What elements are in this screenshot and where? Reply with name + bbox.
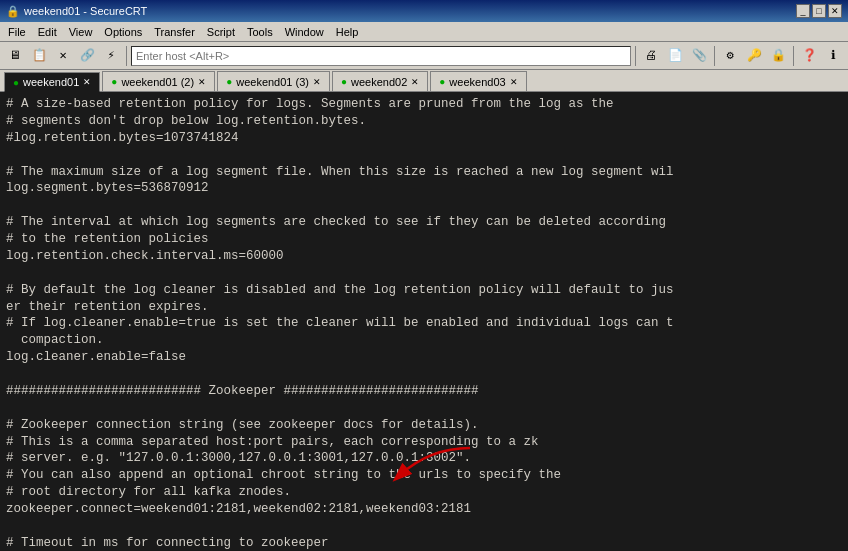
tab-label-weekend02: weekend02: [351, 76, 407, 88]
tab-close-weekend02[interactable]: ✕: [411, 77, 419, 87]
toolbar-btn-help[interactable]: ❓: [798, 45, 820, 67]
tab-label-weekend01-3: weekend01 (3): [236, 76, 309, 88]
window-title: weekend01 - SecureCRT: [24, 5, 147, 17]
terminal-line: # Timeout in ms for connecting to zookee…: [6, 535, 842, 551]
menu-transfer[interactable]: Transfer: [148, 24, 201, 40]
terminal-line: log.retention.check.interval.ms=60000: [6, 248, 842, 265]
toolbar-btn-5[interactable]: ⚡: [100, 45, 122, 67]
menu-file[interactable]: File: [2, 24, 32, 40]
toolbar-btn-paste[interactable]: 📎: [688, 45, 710, 67]
terminal[interactable]: # A size-based retention policy for logs…: [0, 92, 848, 551]
terminal-line: [6, 400, 842, 417]
title-bar: 🔒 weekend01 - SecureCRT _ □ ✕: [0, 0, 848, 22]
toolbar-btn-3[interactable]: ✕: [52, 45, 74, 67]
tab-icon-weekend01-3: ●: [226, 76, 232, 87]
app-icon: 🔒: [6, 5, 20, 18]
toolbar-btn-info[interactable]: ℹ: [822, 45, 844, 67]
tab-icon-weekend03: ●: [439, 76, 445, 87]
menu-tools[interactable]: Tools: [241, 24, 279, 40]
toolbar-btn-settings[interactable]: ⚙: [719, 45, 741, 67]
terminal-line: # Zookeeper connection string (see zooke…: [6, 417, 842, 434]
toolbar-sep-3: [714, 46, 715, 66]
tab-close-weekend01-2[interactable]: ✕: [198, 77, 206, 87]
toolbar-btn-4[interactable]: 🔗: [76, 45, 98, 67]
tab-weekend01-2[interactable]: ● weekend01 (2) ✕: [102, 71, 215, 91]
window-controls[interactable]: _ □ ✕: [796, 4, 842, 18]
tab-close-weekend01-3[interactable]: ✕: [313, 77, 321, 87]
terminal-line: # segments don't drop below log.retentio…: [6, 113, 842, 130]
tab-bar: ● weekend01 ✕ ● weekend01 (2) ✕ ● weeken…: [0, 70, 848, 92]
terminal-line: # The maximum size of a log segment file…: [6, 164, 842, 181]
menu-bar: File Edit View Options Transfer Script T…: [0, 22, 848, 42]
terminal-line: log.cleaner.enable=false: [6, 349, 842, 366]
terminal-line: [6, 147, 842, 164]
maximize-button[interactable]: □: [812, 4, 826, 18]
tab-weekend03[interactable]: ● weekend03 ✕: [430, 71, 526, 91]
menu-view[interactable]: View: [63, 24, 99, 40]
terminal-line: # A size-based retention policy for logs…: [6, 96, 842, 113]
tab-icon-weekend02: ●: [341, 76, 347, 87]
tab-weekend01[interactable]: ● weekend01 ✕: [4, 72, 100, 92]
terminal-line: #log.retention.bytes=1073741824: [6, 130, 842, 147]
menu-options[interactable]: Options: [98, 24, 148, 40]
terminal-line: ########################## Zookeeper ###…: [6, 383, 842, 400]
menu-help[interactable]: Help: [330, 24, 365, 40]
terminal-line: zookeeper.connect=weekend01:2181,weekend…: [6, 501, 842, 518]
tab-close-weekend03[interactable]: ✕: [510, 77, 518, 87]
close-button[interactable]: ✕: [828, 4, 842, 18]
address-input[interactable]: [131, 46, 631, 66]
tab-icon-weekend01-2: ●: [111, 76, 117, 87]
tab-label-weekend01: weekend01: [23, 76, 79, 88]
menu-edit[interactable]: Edit: [32, 24, 63, 40]
terminal-line: # The interval at which log segments are…: [6, 214, 842, 231]
menu-window[interactable]: Window: [279, 24, 330, 40]
terminal-line: # to the retention policies: [6, 231, 842, 248]
toolbar-sep-4: [793, 46, 794, 66]
terminal-line: # If log.cleaner.enable=true is set the …: [6, 315, 842, 332]
terminal-line: # server. e.g. "127.0.0.1:3000,127.0.0.1…: [6, 450, 842, 467]
terminal-line: [6, 265, 842, 282]
toolbar-sep-1: [126, 46, 127, 66]
minimize-button[interactable]: _: [796, 4, 810, 18]
toolbar: 🖥 📋 ✕ 🔗 ⚡ 🖨 📄 📎 ⚙ 🔑 🔒 ❓ ℹ: [0, 42, 848, 70]
terminal-line: # root directory for all kafka znodes.: [6, 484, 842, 501]
tab-label-weekend01-2: weekend01 (2): [121, 76, 194, 88]
tab-weekend02[interactable]: ● weekend02 ✕: [332, 71, 428, 91]
toolbar-btn-print[interactable]: 🖨: [640, 45, 662, 67]
menu-script[interactable]: Script: [201, 24, 241, 40]
tab-close-weekend01[interactable]: ✕: [83, 77, 91, 87]
terminal-line: [6, 197, 842, 214]
terminal-line: compaction.: [6, 332, 842, 349]
tab-label-weekend03: weekend03: [449, 76, 505, 88]
toolbar-sep-2: [635, 46, 636, 66]
terminal-line: # This is a comma separated host:port pa…: [6, 434, 842, 451]
toolbar-btn-copy[interactable]: 📄: [664, 45, 686, 67]
terminal-line: log.segment.bytes=536870912: [6, 180, 842, 197]
terminal-line: er their retention expires.: [6, 299, 842, 316]
terminal-line: # You can also append an optional chroot…: [6, 467, 842, 484]
tab-weekend01-3[interactable]: ● weekend01 (3) ✕: [217, 71, 330, 91]
terminal-line: [6, 366, 842, 383]
terminal-wrapper: # A size-based retention policy for logs…: [0, 92, 848, 551]
toolbar-btn-lock[interactable]: 🔒: [767, 45, 789, 67]
toolbar-btn-1[interactable]: 🖥: [4, 45, 26, 67]
toolbar-btn-key[interactable]: 🔑: [743, 45, 765, 67]
toolbar-btn-2[interactable]: 📋: [28, 45, 50, 67]
terminal-line: # By default the log cleaner is disabled…: [6, 282, 842, 299]
tab-icon-weekend01: ●: [13, 77, 19, 88]
terminal-line: [6, 518, 842, 535]
